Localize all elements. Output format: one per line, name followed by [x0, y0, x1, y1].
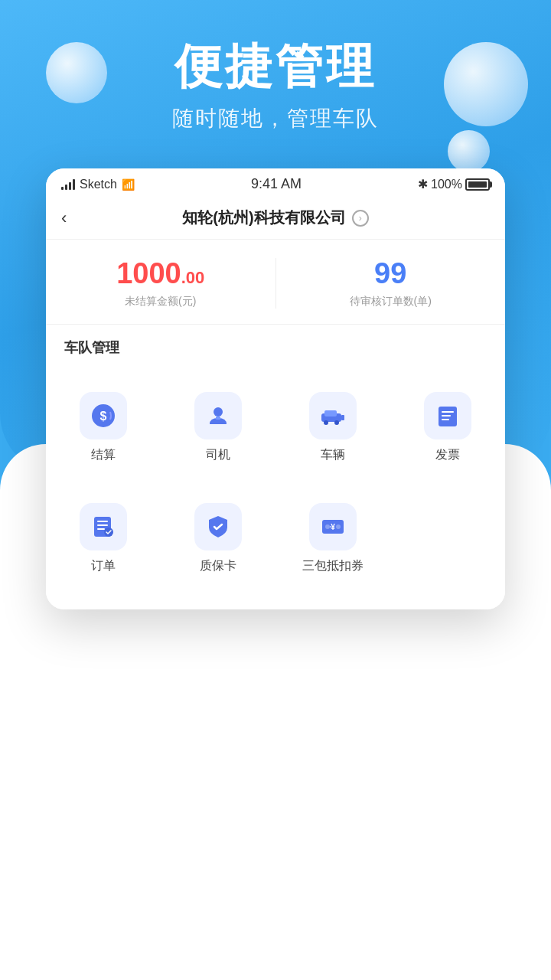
coupon-icon: ¥	[320, 514, 346, 540]
status-right: ✱ 100%	[418, 177, 490, 191]
header-section: 便捷管理 随时随地，管理车队	[0, 38, 551, 133]
status-left: Sketch 📶	[61, 178, 135, 191]
invoice-label: 发票	[435, 447, 460, 463]
vehicle-icon-wrap	[309, 392, 357, 439]
coupon-item[interactable]: ¥ 三包抵扣券	[276, 491, 390, 586]
settlement-item[interactable]: $ 结算	[46, 380, 161, 475]
svg-text:$: $	[100, 410, 107, 423]
stat-unsettled: 1000.00 未结算金额(元)	[46, 258, 276, 309]
invoice-icon-wrap	[424, 392, 471, 439]
svg-rect-16	[97, 528, 105, 530]
svg-rect-5	[324, 410, 337, 416]
carrier-label: Sketch	[80, 178, 117, 191]
fleet-management-header: 车队管理	[46, 325, 505, 364]
svg-point-7	[334, 420, 339, 425]
status-time: 9:41 AM	[251, 176, 302, 192]
order-label: 订单	[91, 558, 116, 574]
settlement-icon-wrap: $	[80, 392, 127, 439]
svg-rect-11	[442, 415, 451, 416]
coupon-icon-wrap: ¥	[309, 503, 357, 550]
pending-orders-count: 99	[276, 258, 506, 290]
svg-rect-3	[216, 416, 220, 420]
invoice-item[interactable]: 发票	[390, 380, 505, 475]
svg-text:¥: ¥	[331, 523, 335, 531]
grid-row-1: $ 结算 司机	[46, 372, 505, 483]
page-subtitle: 随时随地，管理车队	[0, 104, 551, 133]
decorative-sphere-small	[448, 130, 490, 172]
unsettled-amount: 1000.00	[46, 258, 276, 290]
svg-point-6	[324, 420, 328, 425]
nav-arrow-icon[interactable]: ›	[352, 210, 369, 227]
driver-label: 司机	[206, 447, 230, 463]
empty-slot	[390, 491, 505, 586]
coupon-label: 三包抵扣券	[302, 558, 364, 574]
driver-icon	[205, 403, 231, 429]
company-title: 知轮(杭州)科技有限公司	[182, 207, 345, 228]
svg-rect-12	[442, 419, 449, 420]
warranty-label: 质保卡	[200, 558, 236, 574]
settlement-label: 结算	[91, 447, 116, 463]
svg-rect-14	[97, 521, 108, 522]
phone-mockup: Sketch 📶 9:41 AM ✱ 100% ‹ 知轮(杭州)科技有限公司 ›…	[46, 168, 505, 609]
wifi-icon: 📶	[122, 178, 135, 191]
stat-pending-orders: 99 待审核订单数(单)	[276, 258, 506, 309]
unsettled-label: 未结算金额(元)	[46, 295, 276, 309]
svg-rect-15	[97, 524, 108, 526]
bluetooth-icon: ✱	[418, 177, 428, 191]
warranty-icon-wrap	[194, 503, 242, 550]
grid-row-2: 订单 质保卡	[46, 483, 505, 594]
svg-point-19	[325, 524, 330, 529]
vehicle-label: 车辆	[321, 447, 345, 463]
stats-section: 1000.00 未结算金额(元) 99 待审核订单数(单)	[46, 240, 505, 325]
svg-rect-10	[442, 411, 454, 413]
battery-percent: 100%	[431, 178, 462, 191]
battery-icon	[465, 178, 490, 191]
order-icon	[90, 514, 116, 540]
settlement-icon: $	[90, 403, 116, 429]
back-button[interactable]: ‹	[61, 208, 67, 228]
svg-point-2	[214, 407, 223, 416]
driver-icon-wrap	[194, 392, 242, 439]
pending-orders-label: 待审核订单数(单)	[276, 295, 506, 309]
vehicle-icon	[320, 403, 346, 429]
order-item[interactable]: 订单	[46, 491, 161, 586]
invoice-icon	[435, 403, 461, 429]
signal-icon	[61, 179, 75, 190]
vehicle-item[interactable]: 车辆	[276, 380, 390, 475]
driver-item[interactable]: 司机	[161, 380, 276, 475]
status-bar: Sketch 📶 9:41 AM ✱ 100%	[46, 168, 505, 197]
fleet-grid: $ 结算 司机	[46, 364, 505, 609]
svg-rect-8	[341, 415, 344, 420]
warranty-icon	[205, 514, 231, 540]
order-icon-wrap	[80, 503, 127, 550]
page-title: 便捷管理	[0, 38, 551, 95]
nav-bar: ‹ 知轮(杭州)科技有限公司 ›	[46, 197, 505, 240]
warranty-item[interactable]: 质保卡	[161, 491, 276, 586]
svg-point-20	[336, 524, 341, 529]
